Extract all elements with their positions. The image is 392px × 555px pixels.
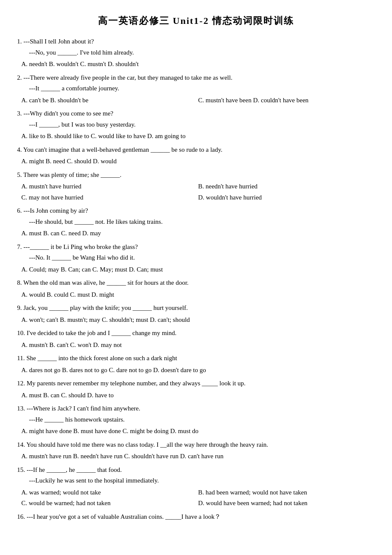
question-line-15-1: 15. ---If he ______, he ______ that food… xyxy=(17,465,375,476)
question-line-13-1: 13. ---Where is Jack? I can't find him a… xyxy=(17,403,375,414)
question-7: 7. ---______ it be Li Ping who broke the… xyxy=(17,242,375,275)
options-7: A. Could; may B. Can; can C. May; must D… xyxy=(21,264,375,275)
question-6: 6. ---Is John coming by air? ---He shoul… xyxy=(17,205,375,239)
option-15-2: B. had been warned; would not have taken xyxy=(198,487,375,498)
question-line-9-1: 9. Jack, you ______ play with the knife;… xyxy=(17,303,375,314)
question-line-16-1: 16. ---I hear you've got a set of valuab… xyxy=(17,512,375,523)
question-8: 8. When the old man was alive, he ______… xyxy=(17,278,375,300)
options-1: A. needn't B. wouldn't C. mustn't D. sho… xyxy=(21,59,375,70)
option-15-3: C. would be warned; had not taken xyxy=(21,498,198,509)
options-6: A. must B. can C. need D. may xyxy=(21,228,375,239)
options-12: A. must B. can C. should D. have to xyxy=(21,390,375,401)
option-5-3: C. may not have hurried xyxy=(21,192,198,203)
options-3: A. like to B. should like to C. would li… xyxy=(21,131,375,142)
question-line-2-1: 2. ---There were already five people in … xyxy=(17,72,375,84)
question-line-10-1: 10. I've decided to take the job and I _… xyxy=(17,328,375,339)
page-title: 高一英语必修三 Unit1-2 情态动词限时训练 xyxy=(17,13,375,29)
question-line-7-1: 7. ---______ it be Li Ping who broke the… xyxy=(17,242,375,253)
question-line-7-2: ---No. It ______ be Wang Hai who did it. xyxy=(29,252,375,263)
question-5: 5. There was plenty of time; she ______.… xyxy=(17,170,375,203)
options-14: A. mustn't have run B. needn't have run … xyxy=(21,451,375,462)
question-4: 4. You can't imagine that a well-behaved… xyxy=(17,145,375,167)
option-5-1: A. mustn't have hurried xyxy=(21,181,198,192)
question-line-3-1: 3. ---Why didn't you come to see me? xyxy=(17,108,375,119)
question-line-8-1: 8. When the old man was alive, he ______… xyxy=(17,278,375,289)
question-line-13-2: ---He ______ his homework upstairs. xyxy=(29,414,375,425)
question-line-14-1: 14. You should have told me there was no… xyxy=(17,439,375,451)
options-4: A. might B. need C. should D. would xyxy=(21,156,375,167)
options-9: A. won't; can't B. mustn't; may C. shoul… xyxy=(21,315,375,326)
options-5: A. mustn't have hurriedB. needn't have h… xyxy=(21,181,375,203)
question-2: 2. ---There were already five people in … xyxy=(17,72,375,106)
options-11: A. dares not go B. dares not to go C. da… xyxy=(21,365,375,376)
options-15: A. was warned; would not takeB. had been… xyxy=(21,487,375,509)
question-15: 15. ---If he ______, he ______ that food… xyxy=(17,465,375,509)
question-12: 12. My parents never remember my telepho… xyxy=(17,378,375,401)
question-9: 9. Jack, you ______ play with the knife;… xyxy=(17,303,375,325)
question-line-15-2: ---Luckily he was sent to the hospital i… xyxy=(29,475,375,486)
option-2-1: A. can't be B. shouldn't be xyxy=(21,95,198,106)
question-line-3-2: ---I ______, but I was too busy yesterda… xyxy=(29,119,375,130)
question-line-4-1: 4. You can't imagine that a well-behaved… xyxy=(17,145,375,156)
question-14: 14. You should have told me there was no… xyxy=(17,439,375,462)
option-15-4: D. would have been warned; had not taken xyxy=(198,498,375,509)
option-5-4: D. wouldn't have hurried xyxy=(198,192,375,203)
option-15-1: A. was warned; would not take xyxy=(21,487,198,498)
question-11: 11. She ______ into the thick forest alo… xyxy=(17,353,375,376)
question-1: 1. ---Shall I tell John about it? ---No,… xyxy=(17,36,375,70)
question-10: 10. I've decided to take the job and I _… xyxy=(17,328,375,350)
options-8: A. would B. could C. must D. might xyxy=(21,289,375,301)
question-line-12-1: 12. My parents never remember my telepho… xyxy=(17,378,375,389)
question-line-6-2: ---He should, but ______ not. He likes t… xyxy=(29,217,375,228)
options-13: A. might have done B. must have done C. … xyxy=(21,426,375,437)
question-line-11-1: 11. She ______ into the thick forest alo… xyxy=(17,353,375,364)
options-10: A. mustn't B. can't C. won't D. may not xyxy=(21,340,375,351)
question-16: 16. ---I hear you've got a set of valuab… xyxy=(17,512,375,523)
question-line-2-2: ---It ______ a comfortable journey. xyxy=(29,83,375,94)
question-line-6-1: 6. ---Is John coming by air? xyxy=(17,205,375,217)
option-2-2: C. mustn't have been D. couldn't have be… xyxy=(198,95,375,106)
question-line-5-1: 5. There was plenty of time; she ______. xyxy=(17,170,375,181)
question-13: 13. ---Where is Jack? I can't find him a… xyxy=(17,403,375,437)
option-5-2: B. needn't have hurried xyxy=(198,181,375,192)
question-line-1-2: ---No, you ______. I've told him already… xyxy=(29,47,375,58)
options-2: A. can't be B. shouldn't beC. mustn't ha… xyxy=(21,95,375,106)
question-3: 3. ---Why didn't you come to see me? ---… xyxy=(17,108,375,142)
question-line-1-1: 1. ---Shall I tell John about it? xyxy=(17,36,375,47)
